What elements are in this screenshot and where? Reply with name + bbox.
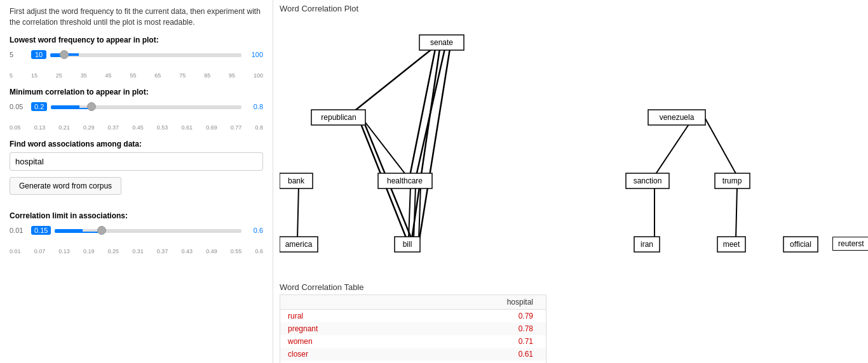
freq-slider-section: Lowest word frequency to appear in plot:… [10,36,263,79]
corr-limit-min-label: 0.01 [10,227,27,234]
word-correlation-table-section: Word Correlation Table hospital rural0.7… [280,282,862,363]
freq-label: Lowest word frequency to appear in plot: [10,36,263,44]
value-cell: 0.79 [422,310,546,323]
corr-limit-slider-wrapper [55,224,241,237]
right-panel: Word Correlation Plot [273,0,868,363]
corr-slider-section: Minimum correlation to appear in plot: 0… [10,88,263,131]
svg-line-15 [736,186,737,239]
node-senate: senate [430,38,453,47]
plot-svg: senate republican venezuela bank healthc… [280,16,839,273]
corr-min-label: 0.05 [10,103,27,110]
table-header-corr: hospital [422,295,546,310]
node-healthcare: healthcare [387,176,423,185]
freq-slider[interactable] [50,53,241,56]
table-row: rural0.79 [280,310,546,323]
node-iran: iran [641,240,653,249]
corr-limit-label: Correlation limit in associations: [10,211,263,220]
word-cell: closer [280,348,422,360]
corr-limit-max-label: 0.6 [245,227,263,234]
table-header-word [280,295,422,310]
svg-line-13 [297,186,299,239]
freq-ticks: 5152535455565758595100 [10,72,263,79]
node-venezuela: venezuela [660,113,695,122]
value-cell: 0.61 [422,360,546,363]
node-bill: bill [403,240,412,249]
node-official: official [790,240,811,249]
svg-line-12 [705,119,737,176]
table-row: women0.71 [280,335,546,348]
node-trump: trump [722,176,742,185]
value-cell: 0.61 [422,348,546,360]
node-republican: republican [321,113,356,122]
description-text: First adjust the word frequency to fit t… [10,6,263,28]
find-word-label: Find word associations among data: [10,140,263,148]
word-cell: risk [280,360,422,363]
generate-word-button[interactable]: Generate word from corpus [10,177,121,195]
corr-ticks: 0.050.130.210.290.370.450.530.610.690.77… [10,124,263,131]
word-cell: women [280,335,422,348]
corr-limit-current-val: 0.15 [31,226,51,235]
correlation-table: hospital rural0.79pregnant0.78women0.71c… [280,294,546,363]
svg-line-1 [410,49,435,176]
freq-current-val: 10 [31,50,46,59]
freq-min-label: 5 [10,51,27,58]
svg-line-8 [409,186,410,239]
corr-limit-section: Correlation limit in associations: 0.01 … [10,211,263,254]
corr-slider-wrapper [51,100,241,113]
node-reuterst: reuterst [832,237,868,251]
table-row: closer0.61 [280,348,546,360]
corr-slider[interactable] [51,105,241,108]
svg-line-11 [654,119,693,176]
table-row: risk0.61 [280,360,546,363]
node-meet: meet [723,240,740,249]
node-bank: bank [288,176,305,185]
freq-max-label: 100 [245,51,263,58]
left-panel: First adjust the word frequency to fit t… [0,0,273,363]
value-cell: 0.71 [422,335,546,348]
word-cell: pregnant [280,322,422,335]
value-cell: 0.78 [422,322,546,335]
table-title: Word Correlation Table [280,282,862,292]
svg-line-0 [353,49,432,112]
corr-limit-ticks: 0.010.070.130.190.250.310.370.430.490.55… [10,248,263,254]
table-row: pregnant0.78 [280,322,546,335]
find-word-section: Find word associations among data: Gener… [10,140,263,202]
plot-title: Word Correlation Plot [280,4,862,13]
node-sanction: sanction [634,176,662,185]
freq-slider-wrapper [50,48,241,61]
word-search-input[interactable] [10,152,263,171]
node-america: america [285,240,313,249]
word-correlation-plot: senate republican venezuela bank healthc… [280,16,862,276]
corr-current-val: 0.2 [31,102,47,111]
corr-limit-slider[interactable] [55,229,241,232]
corr-max-label: 0.8 [245,103,263,110]
word-cell: rural [280,310,422,323]
corr-label: Minimum correlation to appear in plot: [10,88,263,96]
